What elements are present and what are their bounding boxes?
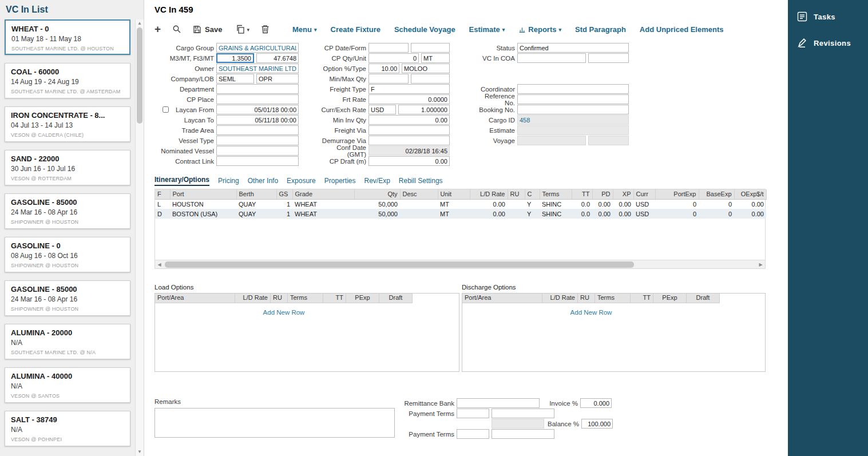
itinerary-cell[interactable]: 0 xyxy=(699,209,734,219)
itinerary-cell[interactable]: 0.00 xyxy=(734,209,766,219)
delete-icon[interactable] xyxy=(261,25,269,34)
itinerary-cell[interactable]: 50,000 xyxy=(354,209,400,219)
add-icon[interactable]: + xyxy=(154,25,161,33)
itinerary-cell[interactable] xyxy=(400,209,438,219)
vc-in-card[interactable]: GASOLINE - 85000 24 Mar 16 - 08 Apr 16 S… xyxy=(5,280,130,316)
contract-link-input[interactable] xyxy=(216,156,299,166)
menu-button[interactable]: Menu▾ xyxy=(292,25,316,34)
demurrage-via-input[interactable] xyxy=(368,136,450,145)
itinerary-cell[interactable]: 0 xyxy=(655,199,699,209)
vc-in-coa-input[interactable] xyxy=(517,53,586,63)
scroll-left-icon[interactable]: ◀ xyxy=(155,262,164,267)
vessel-type-input[interactable] xyxy=(216,136,299,145)
cargo-group-input[interactable] xyxy=(216,43,299,53)
save-button[interactable]: Save xyxy=(193,25,222,34)
max-qty-input[interactable] xyxy=(411,74,450,84)
invoice-pct-input[interactable] xyxy=(580,398,612,408)
add-new-row-link[interactable]: Add New Row xyxy=(155,309,413,316)
scroll-down-icon[interactable]: ▼ xyxy=(136,449,144,454)
itinerary-cell[interactable]: D xyxy=(155,209,170,219)
laycan-from-input[interactable] xyxy=(216,105,299,114)
scroll-right-icon[interactable]: ▶ xyxy=(756,262,765,267)
itinerary-cell[interactable] xyxy=(508,209,525,219)
itinerary-cell[interactable]: 0.00 xyxy=(470,209,508,219)
booking-no-input[interactable] xyxy=(517,105,629,114)
itinerary-row[interactable]: D BOSTON (USA) QUAY 1 WHEAT 50,000 MT 0.… xyxy=(155,209,766,219)
cp-place-input[interactable] xyxy=(216,94,299,104)
scrollbar-thumb[interactable] xyxy=(137,27,142,124)
vc-in-card[interactable]: WHEAT - 0 01 May 18 - 11 May 18 SOUTHEAS… xyxy=(5,19,130,55)
vc-in-card[interactable]: ALUMINA - 40000 N/A VESON @ SANTOS xyxy=(5,367,130,403)
itinerary-cell[interactable]: BOSTON (USA) xyxy=(170,209,236,219)
currency-input[interactable] xyxy=(368,105,396,114)
itinerary-cell[interactable]: SHINC xyxy=(540,199,572,209)
itinerary-cell[interactable]: 0.00 xyxy=(592,199,613,209)
nominated-vessel-input[interactable] xyxy=(216,146,299,156)
payment-terms-desc-input-2[interactable] xyxy=(492,429,554,439)
itinerary-cell[interactable]: QUAY xyxy=(236,199,276,209)
itinerary-cell[interactable]: 0.0 xyxy=(572,209,592,219)
add-unpriced-elements-button[interactable]: Add Unpriced Elements xyxy=(640,25,724,34)
balance-pct-input[interactable] xyxy=(581,419,613,429)
itinerary-cell[interactable]: 0.0 xyxy=(572,199,592,209)
vc-in-card[interactable]: IRON CONCENTRATE - 8... 04 Jul 13 - 14 J… xyxy=(5,106,130,142)
itinerary-cell[interactable]: 0.00 xyxy=(470,199,508,209)
vc-in-card[interactable]: GASOLINE - 85000 24 Mar 16 - 08 Apr 16 S… xyxy=(5,193,130,229)
tasks-button[interactable]: Tasks xyxy=(788,3,868,30)
reports-button[interactable]: Reports▾ xyxy=(518,25,561,34)
owner-input[interactable] xyxy=(216,64,299,73)
payment-terms-desc-input[interactable] xyxy=(492,409,554,418)
itinerary-cell[interactable]: USD xyxy=(633,199,655,209)
vc-in-card[interactable]: COAL - 60000 14 Aug 19 - 24 Aug 19 SOUTH… xyxy=(5,63,130,98)
itinerary-cell[interactable]: L xyxy=(155,199,170,209)
frt-rate-input[interactable] xyxy=(368,94,450,104)
itinerary-cell[interactable]: QUAY xyxy=(236,209,276,219)
itinerary-cell[interactable]: WHEAT xyxy=(292,209,354,219)
itinerary-cell[interactable]: 0 xyxy=(699,199,734,209)
payment-terms-code-input-2[interactable] xyxy=(457,429,489,439)
sidebar-scrollbar[interactable]: ▲ ▼ xyxy=(135,19,144,456)
vc-in-card[interactable]: SALT - 38749 N/A VESON @ POHNPEI xyxy=(5,411,130,446)
cp-form-input[interactable] xyxy=(411,43,450,53)
search-icon[interactable] xyxy=(172,25,181,34)
tab-exposure[interactable]: Exposure xyxy=(287,177,316,186)
itinerary-cell[interactable]: SHINC xyxy=(540,209,572,219)
itinerary-cell[interactable]: 1 xyxy=(276,199,292,209)
freight-via-input[interactable] xyxy=(368,125,450,135)
tab-rev-exp[interactable]: Rev/Exp xyxy=(364,177,390,186)
itinerary-cell[interactable]: MT xyxy=(438,199,470,209)
option-pct-input[interactable] xyxy=(368,64,399,73)
copy-button[interactable]: ▾ xyxy=(236,25,249,34)
scroll-up-icon[interactable]: ▲ xyxy=(136,21,144,26)
cp-unit-input[interactable] xyxy=(421,53,450,63)
itinerary-cell[interactable]: Y xyxy=(525,209,540,219)
estimate-button[interactable]: Estimate▾ xyxy=(469,25,505,34)
itinerary-cell[interactable]: 1 xyxy=(276,209,292,219)
itinerary-cell[interactable]: Y xyxy=(525,199,540,209)
itinerary-cell[interactable]: WHEAT xyxy=(292,199,354,209)
itinerary-cell[interactable]: MT xyxy=(438,209,470,219)
tab-rebill-settings[interactable]: Rebill Settings xyxy=(399,177,443,186)
status-input[interactable] xyxy=(517,43,629,53)
itinerary-cell[interactable] xyxy=(508,199,525,209)
itinerary-cell[interactable]: 0.00 xyxy=(592,209,613,219)
laycan-checkbox[interactable] xyxy=(162,106,169,113)
min-inv-qty-input[interactable] xyxy=(368,115,450,125)
trade-area-input[interactable] xyxy=(216,125,299,135)
exch-rate-input[interactable] xyxy=(398,105,450,114)
vc-in-card[interactable]: GASOLINE - 0 08 Aug 16 - 08 Oct 16 SHIPO… xyxy=(5,237,130,272)
remittance-bank-input[interactable] xyxy=(457,398,540,408)
laycan-to-input[interactable] xyxy=(216,115,299,125)
lob-input[interactable] xyxy=(256,74,299,84)
tab-other-info[interactable]: Other Info xyxy=(248,177,278,186)
revisions-button[interactable]: Revisions xyxy=(788,30,868,56)
company-input[interactable] xyxy=(216,74,254,84)
cp-qty-input[interactable] xyxy=(368,53,419,63)
vc-in-coa-input-2[interactable] xyxy=(588,53,629,63)
vc-in-card[interactable]: SAND - 22000 30 Jun 16 - 10 Jul 16 VESON… xyxy=(5,150,130,185)
cp-date-input[interactable] xyxy=(368,43,409,53)
remarks-textarea[interactable] xyxy=(154,408,395,438)
tab-pricing[interactable]: Pricing xyxy=(218,177,239,186)
itinerary-cell[interactable]: 0.00 xyxy=(734,199,766,209)
tab-properties[interactable]: Properties xyxy=(324,177,356,186)
